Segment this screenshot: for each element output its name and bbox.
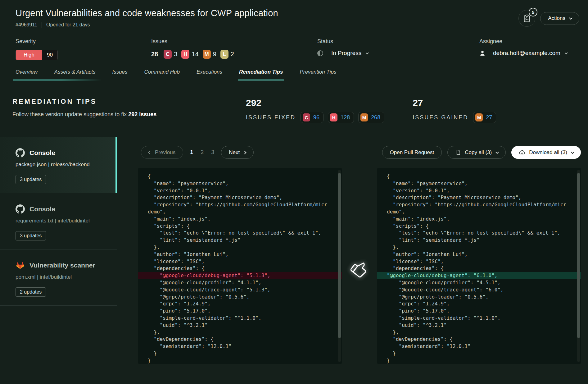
- updates-count-chip: 2 updates: [16, 287, 46, 297]
- tab-assets-artifacts[interactable]: Assets & Artifacts: [54, 69, 96, 80]
- code-line: },: [377, 329, 581, 336]
- chevron-left-icon: [148, 151, 152, 154]
- code-line: "description": "Payment Microservice dem…: [138, 194, 342, 201]
- severity-level: High: [16, 50, 42, 60]
- highlighted-code-line: "@google-cloud/debug-agent": "5.1.3",: [138, 272, 342, 279]
- tab-prevention-tips[interactable]: Prevention Tips: [300, 69, 336, 80]
- severity-h-icon: H: [330, 113, 337, 121]
- code-line: "version": "0.0.1",: [138, 187, 342, 194]
- assignee-section: Assignee debra.holt@example.com: [479, 38, 567, 60]
- stat-chip-h: H128: [328, 112, 354, 123]
- code-line: "simple-card-validator": "^1.1.0",: [377, 315, 581, 322]
- code-line: "semistandard": "12.0.1": [377, 343, 581, 350]
- content-body: Consolepackage.json | release/backend3 u…: [0, 137, 588, 384]
- sidebar-item-vulnerability-scanner-3[interactable]: Vulnerability scannerpom.xml | intel/bui…: [0, 249, 117, 306]
- severity-m-icon: M: [203, 50, 211, 59]
- code-line: "devDependencies": {: [138, 336, 342, 343]
- sidebar-item-title: Console: [29, 149, 55, 157]
- severity-l-icon: L: [220, 50, 228, 59]
- issue-count-value: 9: [213, 51, 216, 58]
- ticket-meta: #4969911 Opened for 21 days: [16, 22, 278, 28]
- code-line: "test": "echo \"Error: no test specified…: [138, 230, 342, 237]
- sidebar-item-console-2[interactable]: Consolerequirements.txt | intel/buildint…: [0, 193, 117, 249]
- code-line: "pino": "5.17.0",: [138, 308, 342, 315]
- code-line: "@grpc/proto-loader": "0.5.6",: [377, 294, 581, 301]
- header: Urgent Vulnerabilities and code weakness…: [0, 0, 588, 28]
- meta-row: Severity High 90 Issues 28 C3H14M9L2 Sta…: [0, 38, 588, 60]
- severity-badge: High 90: [16, 50, 58, 60]
- scrollbar-thumb[interactable]: [338, 173, 341, 338]
- remediation-intro: REMEDIATION TIPS Follow these version up…: [12, 98, 246, 118]
- scrollbar[interactable]: [577, 170, 580, 362]
- chevron-down-icon: [565, 51, 568, 54]
- thumbs-up-icon[interactable]: [352, 261, 368, 277]
- ticket-id: #4969911: [16, 22, 37, 28]
- main-panel: Previous 123 Next Open Pull Request: [117, 137, 588, 384]
- code-line: "license": "ISC",: [138, 258, 342, 265]
- tab-executions[interactable]: Executions: [197, 69, 222, 80]
- page-number-1[interactable]: 1: [190, 149, 193, 156]
- code-line: "semistandard": "12.0.1": [138, 343, 342, 350]
- code-before: { "name": "paymentservice", "version": "…: [138, 173, 342, 364]
- tasks-clipboard-button[interactable]: 5: [518, 10, 535, 27]
- download-all-button[interactable]: Download all (3): [511, 146, 581, 159]
- section-title: REMEDIATION TIPS: [12, 98, 246, 106]
- page-number-2[interactable]: 2: [201, 149, 204, 156]
- code-line: "name": "paymentservice",: [377, 180, 581, 187]
- severity-h-icon: H: [181, 50, 189, 59]
- code-line: "repository": "https://github.com/Google…: [138, 201, 342, 208]
- status-value: In Progress: [331, 50, 361, 57]
- code-line: "dependencies": {: [377, 265, 581, 272]
- stat-chip-value: 27: [486, 114, 492, 121]
- opened-duration: Opened for 21 days: [46, 22, 90, 28]
- severity-label: Severity: [16, 38, 151, 45]
- next-page-button[interactable]: Next: [221, 146, 254, 159]
- copy-all-button[interactable]: Copy all (3): [447, 146, 506, 159]
- tab-overview[interactable]: Overview: [16, 69, 38, 80]
- sidebar-item-console-1[interactable]: Consolepackage.json | release/backend3 u…: [0, 137, 117, 193]
- status-dropdown[interactable]: In Progress: [317, 50, 479, 57]
- tab-bar: OverviewAssets & ArtifactsIssuesCommand …: [0, 69, 588, 80]
- open-pull-request-button[interactable]: Open Pull Request: [382, 146, 442, 159]
- issue-count-value: 2: [231, 51, 234, 58]
- tab-issues[interactable]: Issues: [112, 69, 127, 80]
- remediation-header: REMEDIATION TIPS Follow these version up…: [0, 80, 588, 137]
- sidebar-item-subtitle: pom.xml | intel/buildintel: [16, 274, 107, 280]
- toolbar: Previous 123 Next Open Pull Request: [138, 146, 581, 159]
- in-progress-icon: [317, 50, 323, 56]
- previous-page-button[interactable]: Previous: [141, 146, 183, 159]
- issue-count-m: M9: [203, 50, 216, 59]
- sidebar-item-subtitle: package.json | release/backend: [16, 162, 107, 168]
- issues-gained-value: 27: [413, 98, 496, 108]
- code-line: },: [138, 329, 342, 336]
- issues-fixed-stat: 292 ISSUES FIXED C96H128M268: [246, 98, 384, 123]
- tab-command-hub[interactable]: Command Hub: [144, 69, 180, 80]
- actions-button[interactable]: Actions: [540, 12, 579, 25]
- issues-section: Issues 28 C3H14M9L2: [151, 38, 317, 60]
- github-icon: [16, 204, 25, 214]
- previous-label: Previous: [155, 149, 175, 156]
- code-line: "repository": "https://github.com/Google…: [377, 201, 581, 208]
- chevron-down-icon: [571, 150, 574, 153]
- scrollbar[interactable]: [338, 170, 341, 362]
- tab-remediation-tips[interactable]: Remediation Tips: [239, 69, 283, 80]
- chevron-down-icon: [366, 51, 369, 54]
- subtitle-issues-count: 292 issues: [128, 111, 156, 117]
- highlighted-code-line: "@google-cloud/debug-agent": "6.1.0",: [377, 272, 581, 279]
- code-line: "scripts": {: [138, 223, 342, 230]
- next-label: Next: [229, 149, 240, 156]
- assignee-dropdown[interactable]: debra.holt@example.com: [479, 50, 567, 57]
- code-panel-before: { "name": "paymentservice", "version": "…: [138, 168, 342, 364]
- page-number-3[interactable]: 3: [211, 149, 214, 156]
- issue-count-c: C3: [164, 50, 177, 59]
- code-line: "lint": "semistandard *.js": [138, 237, 342, 244]
- status-label: Status: [317, 38, 479, 45]
- stat-chip-m: M268: [358, 112, 384, 123]
- code-line: "grpc": "1.24.9",: [377, 300, 581, 308]
- code-line: "grpc": "1.24.9",: [138, 300, 342, 308]
- scrollbar-thumb[interactable]: [577, 173, 580, 338]
- updates-count-chip: 3 updates: [16, 175, 46, 184]
- severity-c-icon: C: [164, 50, 172, 59]
- severity-m-icon: M: [475, 113, 483, 121]
- open-pr-label: Open Pull Request: [390, 149, 434, 156]
